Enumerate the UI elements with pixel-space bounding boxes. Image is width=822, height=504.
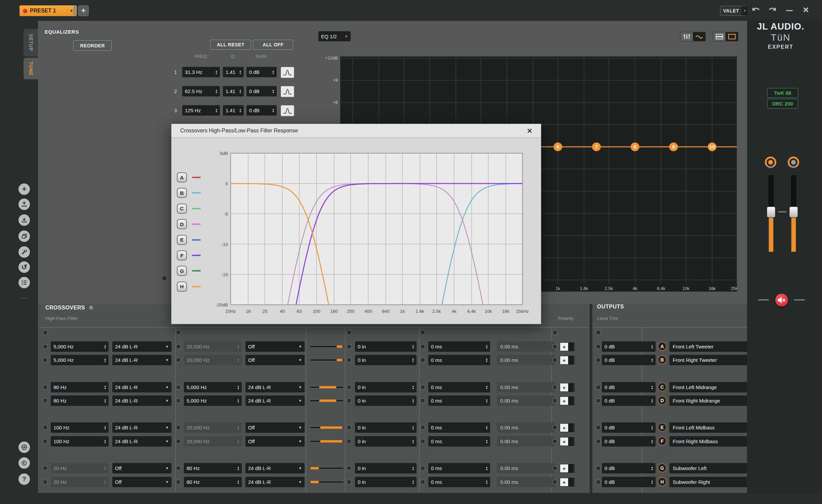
polarity-toggle[interactable]: + <box>560 464 575 473</box>
channel-name[interactable]: Front Left Midrange <box>669 382 750 392</box>
band-indicator-range[interactable] <box>337 345 343 348</box>
delay-checkbox[interactable] <box>421 398 425 403</box>
lp-freq[interactable]: 20,000 Hz▴▾ <box>184 422 242 433</box>
channel-name[interactable]: Front Right Tweeter <box>669 355 750 365</box>
eq-band-q[interactable]: 1.41▴▾ <box>223 67 244 77</box>
distance-stepper[interactable]: ▴▾ <box>412 358 414 363</box>
eq-point-9[interactable]: 9 <box>669 142 678 151</box>
delay-stepper[interactable]: ▴▾ <box>486 425 487 430</box>
level-trim-stepper[interactable]: ▴▾ <box>651 480 653 485</box>
lp-freq[interactable]: 80 Hz▴▾ <box>184 463 242 473</box>
channel-name[interactable]: Front Right Midrange <box>669 395 750 406</box>
hp-slope[interactable]: 24 dB L-R▼ <box>112 341 171 352</box>
distance[interactable]: 0 in▴▾ <box>355 436 417 447</box>
single-view-icon[interactable] <box>726 32 738 41</box>
lp-enable-checkbox[interactable] <box>176 439 181 444</box>
eq-band-freq-stepper[interactable]: ▴▾ <box>216 108 217 113</box>
trim-checkbox[interactable] <box>596 398 600 403</box>
lp-slope[interactable]: Off▼ <box>245 341 305 352</box>
distance[interactable]: 0 in▴▾ <box>355 422 417 433</box>
eq-band-gain-stepper[interactable]: ▴▾ <box>272 108 274 113</box>
lp-freq-stepper[interactable]: ▴▾ <box>237 439 239 444</box>
distance-checkbox[interactable] <box>347 344 351 349</box>
about-icon[interactable]: © <box>18 457 30 469</box>
channel-name[interactable]: Subwoofer Left <box>669 463 750 473</box>
left-fader-track-lower[interactable] <box>769 212 774 252</box>
band-indicator-range[interactable] <box>319 399 337 402</box>
delay-checkbox[interactable] <box>421 358 425 362</box>
hp-slope[interactable]: 24 dB L-R▼ <box>112 355 171 365</box>
delay-stepper[interactable]: ▴▾ <box>486 439 487 444</box>
lp-freq-stepper[interactable]: ▴▾ <box>237 398 239 403</box>
eq-point-7[interactable]: 7 <box>592 142 601 151</box>
hp-slope[interactable]: Off▼ <box>112 477 171 487</box>
right-level-knob[interactable] <box>788 157 799 168</box>
distance-stepper[interactable]: ▴▾ <box>412 439 414 444</box>
delay-checkbox[interactable] <box>421 425 425 430</box>
trim-checkbox[interactable] <box>596 344 600 349</box>
polarity-negative[interactable] <box>568 424 574 432</box>
distance-stepper[interactable]: ▴▾ <box>412 425 414 430</box>
delay[interactable]: 0 ms▴▾ <box>428 355 490 365</box>
lp-slope[interactable]: 24 dB L-R▼ <box>245 463 305 473</box>
add-preset-icon[interactable]: + <box>18 183 30 195</box>
distance-checkbox[interactable] <box>347 425 351 430</box>
band-indicator-range[interactable] <box>320 440 343 443</box>
lp-enable-checkbox[interactable] <box>176 358 181 362</box>
tab-setup[interactable]: SETUP <box>24 29 38 56</box>
trim-checkbox[interactable] <box>596 385 600 389</box>
link-checkbox[interactable] <box>553 330 557 335</box>
polarity-negative[interactable] <box>568 464 574 472</box>
hp-freq[interactable]: 100 Hz▴▾ <box>51 422 109 433</box>
twk88-button[interactable]: TwK 88 <box>767 88 798 98</box>
lp-enable-checkbox[interactable] <box>176 385 181 389</box>
hp-freq-stepper[interactable]: ▴▾ <box>104 425 106 430</box>
close-icon[interactable]: × <box>801 4 811 15</box>
drc200-button[interactable]: DRC 200 <box>767 99 798 109</box>
hp-freq[interactable]: 20 Hz▴▾ <box>51 463 109 473</box>
lp-freq[interactable]: 5,000 Hz▴▾ <box>184 395 242 406</box>
polarity-checkbox[interactable] <box>553 466 557 470</box>
legend-channel-C[interactable]: C <box>177 204 187 214</box>
polarity-toggle[interactable]: + <box>560 396 575 405</box>
lp-slope[interactable]: Off▼ <box>245 436 305 447</box>
hp-freq-stepper[interactable]: ▴▾ <box>104 439 106 444</box>
polarity-toggle[interactable]: + <box>560 478 575 487</box>
distance[interactable]: 0 in▴▾ <box>355 477 417 487</box>
level-trim-stepper[interactable]: ▴▾ <box>651 344 653 349</box>
polarity-toggle[interactable]: + <box>560 383 575 392</box>
lp-enable-checkbox[interactable] <box>176 480 181 484</box>
save-upload-icon[interactable] <box>18 199 30 210</box>
level-trim-stepper[interactable]: ▴▾ <box>651 385 653 390</box>
undo-icon[interactable] <box>751 6 761 14</box>
hp-slope[interactable]: 24 dB L-R▼ <box>112 395 171 406</box>
curve-view-icon[interactable] <box>693 32 705 41</box>
valet-caret-icon[interactable]: ▼ <box>742 6 747 15</box>
trim-checkbox[interactable] <box>596 425 600 430</box>
trim-checkbox[interactable] <box>596 480 600 484</box>
delay-checkbox[interactable] <box>421 466 425 470</box>
distance-stepper[interactable]: ▴▾ <box>412 385 414 390</box>
distance-checkbox[interactable] <box>347 385 351 389</box>
right-fader-handle[interactable] <box>789 207 798 217</box>
distance-checkbox[interactable] <box>347 398 351 403</box>
polarity-negative[interactable] <box>568 437 574 446</box>
legend-channel-B[interactable]: B <box>177 188 187 198</box>
distance-stepper[interactable]: ▴▾ <box>412 480 414 485</box>
lp-slope[interactable]: 24 dB L-R▼ <box>245 382 305 392</box>
channel-name[interactable]: Front Left Midbass <box>669 422 750 433</box>
eq-band-gain[interactable]: 0 dB▴▾ <box>246 105 277 116</box>
trim-checkbox[interactable] <box>596 439 600 444</box>
right-fader-track-lower[interactable] <box>791 212 796 252</box>
level-trim-stepper[interactable]: ▴▾ <box>651 425 653 430</box>
legend-channel-E[interactable]: E <box>177 235 187 245</box>
lp-enable-checkbox[interactable] <box>176 425 181 430</box>
eq-band-gain[interactable]: 0 dB▴▾ <box>246 86 277 96</box>
all-reset-button[interactable]: ALL RESET <box>210 40 251 50</box>
all-off-button[interactable]: ALL OFF <box>253 40 293 50</box>
delay[interactable]: 0 ms▴▾ <box>428 382 490 392</box>
polarity-positive[interactable]: + <box>560 424 568 432</box>
hp-enable-checkbox[interactable] <box>43 398 47 403</box>
level-trim[interactable]: 0 dB▴▾ <box>602 395 656 406</box>
lp-slope[interactable]: Off▼ <box>245 355 305 365</box>
